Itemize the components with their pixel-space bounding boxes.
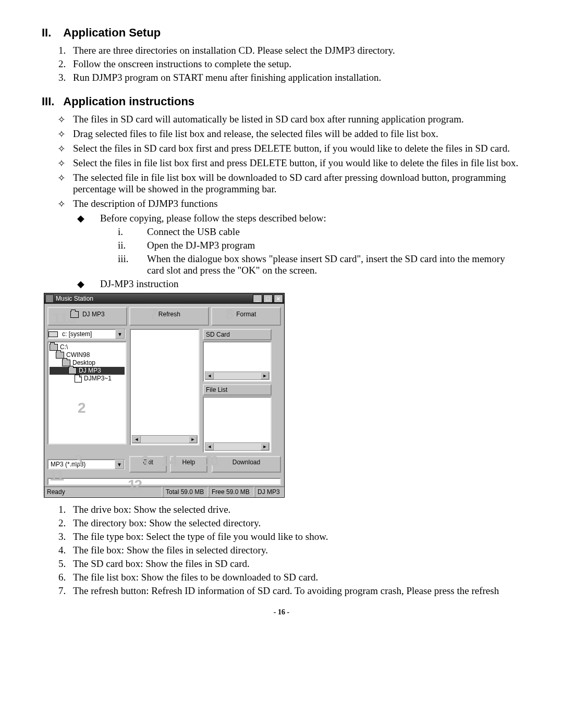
sub-bullets: Before copying, please follow the steps …: [42, 213, 521, 290]
list-item: DJ-MP3 instruction: [77, 278, 521, 290]
list-item: 1.The drive box: Show the selected drive…: [58, 504, 521, 515]
section-2-list: 1.There are three directories on install…: [42, 45, 521, 83]
hscrollbar[interactable]: ◄ ►: [205, 442, 270, 451]
page-number: - 16 -: [42, 608, 521, 616]
list-item: 3.The file type box: Select the type of …: [58, 531, 521, 542]
drive-label: c: [system]: [60, 330, 115, 338]
legend-list: 1.The drive box: Show the selected drive…: [42, 504, 521, 597]
list-item: Select the files in SD card box first an…: [57, 143, 521, 154]
status-ready: Ready: [44, 487, 162, 497]
section-3-bullets: The files in SD card will automatically …: [42, 114, 521, 209]
drive-icon: [48, 331, 58, 337]
list-item: The description of DJMP3 functions: [57, 198, 521, 209]
list-item: The files in SD card will automatically …: [57, 114, 521, 125]
filetype-select[interactable]: MP3 (*.mp3) ▼: [47, 459, 125, 470]
list-item: iii.When the dialogue box shows "please …: [118, 253, 521, 276]
sd-card-header: SD Card: [203, 329, 272, 340]
status-bar: Ready Total 59.0 MB Free 59.0 MB DJ MP3: [44, 486, 284, 497]
tree-item-selected[interactable]: DJ MP3: [50, 367, 125, 375]
help-button[interactable]: Help: [170, 456, 207, 473]
format-button[interactable]: Format: [211, 307, 281, 326]
folder-open-icon: [68, 367, 77, 374]
list-item: i.Connect the USB cable: [118, 226, 521, 238]
chevron-down-icon[interactable]: ▼: [115, 329, 125, 339]
list-item: Before copying, please follow the steps …: [77, 213, 521, 276]
close-button[interactable]: ×: [274, 294, 283, 303]
progress-bar: [47, 478, 281, 485]
status-total: Total 59.0 MB: [163, 487, 208, 497]
scroll-right-icon[interactable]: ►: [261, 443, 269, 450]
list-item: 5.The SD card box: Show the files in SD …: [58, 558, 521, 570]
window-title: Music Station: [56, 295, 252, 302]
section-3-title: Application instructions: [63, 95, 194, 108]
tree-item[interactable]: CWIN98: [50, 351, 125, 359]
titlebar[interactable]: Music Station _ □ ×: [44, 293, 284, 304]
refresh-button[interactable]: Refresh: [129, 307, 209, 326]
list-item: 7.The refresh button: Refresh ID informa…: [58, 585, 521, 597]
djmp3-button[interactable]: DJ MP3: [47, 307, 127, 326]
list-item: 1.There are three directories on install…: [58, 45, 521, 56]
list-item: 4.The file box: Show the files in select…: [58, 545, 521, 556]
sd-card-box[interactable]: ◄ ►: [203, 341, 272, 382]
section-2-num: II.: [42, 26, 60, 40]
scroll-right-icon[interactable]: ►: [261, 372, 269, 379]
list-item: ii.Open the DJ-MP3 program: [118, 240, 521, 251]
list-item: The selected file in file list box will …: [57, 172, 521, 195]
file-list-box[interactable]: ◄ ►: [203, 397, 272, 453]
file-list-header: File List: [203, 384, 272, 396]
download-button[interactable]: Download: [212, 456, 281, 473]
filetype-label: MP3 (*.mp3): [48, 461, 115, 468]
exit-button[interactable]: Exit: [129, 456, 167, 473]
drive-select[interactable]: c: [system] ▼: [47, 329, 126, 339]
list-item: Drag selected files to file list box and…: [57, 128, 521, 140]
tree-item[interactable]: Desktop: [50, 359, 125, 367]
list-item: 2.Follow the onscreen instructions to co…: [58, 58, 521, 70]
section-2-heading: II. Application Setup: [42, 26, 521, 40]
list-item: 6.The file list box: Show the files to b…: [58, 572, 521, 583]
hscrollbar[interactable]: ◄ ►: [205, 372, 270, 380]
status-mode: DJ MP3: [255, 487, 284, 497]
maximize-button[interactable]: □: [263, 294, 273, 303]
hscrollbar[interactable]: ◄ ►: [132, 435, 198, 443]
folder-icon: [70, 311, 79, 318]
status-free: Free 59.0 MB: [209, 487, 254, 497]
chevron-down-icon[interactable]: ▼: [115, 460, 124, 469]
list-item: 2.The directory box: Show the selected d…: [58, 517, 521, 529]
music-station-window: 13 1 7 8 5 4 6 2 3 9 1 4 10 11 12 Music …: [44, 293, 285, 498]
folder-icon: [75, 375, 82, 382]
section-3-num: III.: [42, 95, 60, 108]
scroll-left-icon[interactable]: ◄: [132, 436, 141, 443]
section-3-heading: III. Application instructions: [42, 95, 521, 108]
scroll-right-icon[interactable]: ►: [189, 436, 197, 443]
section-2-title: Application Setup: [63, 26, 161, 39]
tree-item[interactable]: DJMP3~1: [50, 375, 125, 382]
file-box[interactable]: ◄ ►: [130, 329, 200, 446]
minimize-button[interactable]: _: [253, 294, 262, 303]
list-item: 3.Run DJMP3 program on START menu after …: [58, 72, 521, 83]
scroll-left-icon[interactable]: ◄: [205, 372, 214, 379]
directory-box[interactable]: C:\ CWIN98 Desktop DJ MP3 DJMP3~1: [47, 341, 127, 445]
list-item: Select the files in file list box first …: [57, 157, 521, 169]
roman-list: i.Connect the USB cable ii.Open the DJ-M…: [100, 226, 521, 276]
app-icon: [45, 294, 54, 303]
scroll-left-icon[interactable]: ◄: [205, 443, 214, 450]
